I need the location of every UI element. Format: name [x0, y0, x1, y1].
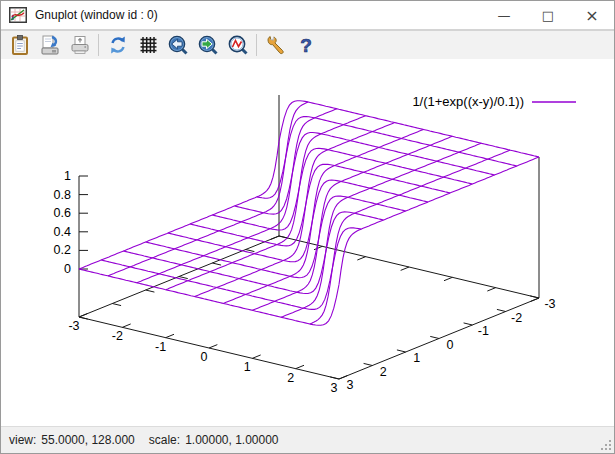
svg-text:1: 1	[64, 169, 71, 183]
minimize-icon: —	[498, 8, 511, 23]
plot-canvas[interactable]: -3-2-10123-3-2-1012300.20.40.60.811/(1+e…	[2, 59, 615, 427]
replot-button[interactable]	[103, 32, 133, 58]
help-icon: ?	[295, 34, 317, 56]
toolbar: ?	[1, 31, 614, 59]
surface-plot: -3-2-10123-3-2-1012300.20.40.60.811/(1+e…	[2, 59, 615, 427]
toggle-grid-button[interactable]	[133, 32, 163, 58]
statusbar: view: 55.0000, 128.000 scale: 1.00000, 1…	[1, 426, 614, 453]
zoom-previous-button[interactable]	[163, 32, 193, 58]
view-label: view:	[9, 433, 36, 447]
scale-value: 1.00000, 1.00000	[185, 433, 278, 447]
svg-text:1: 1	[244, 360, 251, 374]
svg-text:3: 3	[347, 378, 354, 392]
save-to-file-button[interactable]	[35, 32, 65, 58]
toolbar-separator	[98, 34, 99, 56]
gnuplot-app-icon	[9, 7, 27, 23]
minimize-button[interactable]: —	[482, 1, 526, 29]
svg-text:2: 2	[287, 371, 294, 385]
maximize-icon: □	[542, 8, 554, 23]
svg-text:2: 2	[380, 365, 387, 379]
resize-grip[interactable]	[600, 439, 612, 451]
printer-icon	[69, 34, 91, 56]
close-button[interactable]: ×	[570, 1, 614, 29]
zoom-reset-icon	[227, 34, 249, 56]
svg-text:-3: -3	[544, 297, 555, 311]
maximize-button[interactable]: □	[526, 1, 570, 29]
zoom-next-button[interactable]	[193, 32, 223, 58]
help-button[interactable]: ?	[291, 32, 321, 58]
svg-text:0.2: 0.2	[54, 243, 71, 257]
grid-icon	[137, 34, 159, 56]
wrench-icon	[265, 34, 287, 56]
zoom-all-button[interactable]	[223, 32, 253, 58]
window-title: Gnuplot (window id : 0)	[35, 8, 158, 22]
gnuplot-window: Gnuplot (window id : 0) — □ ×	[0, 0, 615, 454]
zoom-back-icon	[167, 34, 189, 56]
svg-text:0.4: 0.4	[54, 225, 71, 239]
options-button[interactable]	[261, 32, 291, 58]
svg-text:0: 0	[201, 350, 208, 364]
clipboard-icon	[9, 34, 31, 56]
scale-label: scale:	[149, 433, 180, 447]
print-button[interactable]	[65, 32, 95, 58]
svg-text:-3: -3	[68, 319, 79, 333]
copy-to-clipboard-button[interactable]	[5, 32, 35, 58]
close-icon: ×	[585, 6, 598, 25]
svg-text:1: 1	[413, 351, 420, 365]
svg-text:0.6: 0.6	[54, 206, 71, 220]
svg-text:0: 0	[64, 262, 71, 276]
svg-text:0.8: 0.8	[54, 188, 71, 202]
svg-text:3: 3	[331, 381, 338, 395]
view-value: 55.0000, 128.000	[41, 433, 134, 447]
svg-text:-2: -2	[511, 311, 522, 325]
svg-text:0: 0	[447, 338, 454, 352]
titlebar[interactable]: Gnuplot (window id : 0) — □ ×	[1, 1, 614, 29]
svg-text:1/(1+exp((x-y)/0.1)): 1/(1+exp((x-y)/0.1))	[412, 94, 524, 109]
svg-text:-1: -1	[155, 340, 166, 354]
refresh-icon	[107, 34, 129, 56]
svg-text:-1: -1	[478, 324, 489, 338]
svg-text:-2: -2	[112, 329, 123, 343]
svg-text:?: ?	[300, 35, 312, 56]
toolbar-separator	[256, 34, 257, 56]
zoom-forward-icon	[197, 34, 219, 56]
save-icon	[39, 34, 61, 56]
